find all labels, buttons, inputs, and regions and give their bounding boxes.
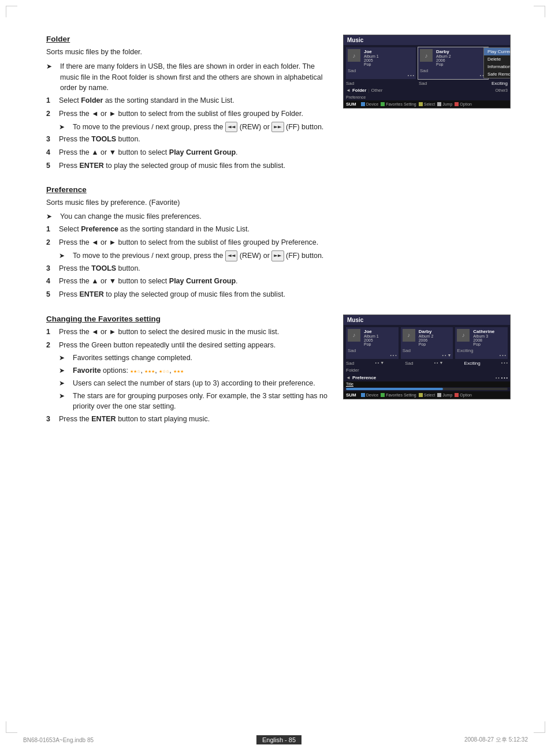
- footer-jump-2: Jump: [437, 393, 452, 397]
- fav-note-completed-text: Favorites settings change completed.: [73, 353, 332, 364]
- sad-2b: Sad: [405, 361, 413, 366]
- footer-select-2: Select: [419, 393, 435, 397]
- sad-2a: Sad: [346, 361, 354, 366]
- footer-fav-2: Favorites Setting: [381, 393, 416, 397]
- pref-step-num-3: 3: [46, 263, 59, 274]
- menu-information[interactable]: Information: [484, 63, 511, 70]
- pref-step5: 5 Press ENTER to play the selected group…: [46, 289, 511, 300]
- preference-intro: Sorts music files by preference. (Favori…: [46, 197, 511, 208]
- music-screenshot-1: Music ♪ Joe Album 1 2005 Pop: [343, 35, 511, 174]
- stars-3: ★☆☆: [159, 369, 169, 373]
- folder-step3: 3 Press the TOOLS button.: [46, 134, 332, 145]
- thumb-joe-album: Album 1: [364, 54, 379, 58]
- music-note-icon-2c: ♪: [457, 329, 470, 342]
- jump-icon: [437, 102, 441, 106]
- fav-step-num-1: 1: [46, 327, 59, 338]
- step-num-1: 1: [46, 95, 59, 106]
- thumb2-joe-name: Joe: [364, 329, 379, 334]
- fav-note-arrow-4: ➤: [59, 391, 70, 401]
- fav-note-stars-info: ➤ The stars are for grouping purposes on…: [59, 391, 332, 413]
- footer-option-2: Option: [455, 393, 472, 397]
- thumb2-joe-mood: Sad: [348, 348, 397, 353]
- pref-step4-text: Press the ▲ or ▼ button to select Play C…: [59, 276, 511, 287]
- option-icon-2: [455, 393, 459, 397]
- music-note-icon-2: ♪: [420, 49, 433, 62]
- fav-note-arrow-1: ➤: [59, 353, 70, 363]
- pref-arrow-2: ◄: [346, 375, 351, 380]
- thumb2-joe-type: Pop: [364, 342, 379, 346]
- thumb2-darby: ♪ Darby Album 2 2006 Pop Sad • • ▼: [401, 327, 453, 359]
- pref-step5-text: Press ENTER to play the selected group o…: [59, 289, 511, 300]
- pref-step-num-2: 2: [46, 237, 59, 248]
- fav-note-arrow-3: ➤: [59, 378, 70, 388]
- nav-folder: Folder: [352, 88, 366, 93]
- music-header-2: Music: [344, 315, 510, 325]
- music-ui-2: Music ♪ Joe Album 1 2005 Pop: [343, 315, 511, 399]
- thumb-joe-mood: Sad: [348, 68, 414, 73]
- favorites-content: Changing the Favorites setting 1 Press t…: [46, 315, 332, 427]
- folder-subnote-item: ➤ To move to the previous / next group, …: [59, 122, 332, 133]
- pref-step1-text: Select Preference as the sorting standar…: [59, 224, 511, 235]
- menu-safe-remove[interactable]: Safe Remove: [484, 70, 511, 78]
- thumb2-catherine-album: Album 3: [473, 334, 494, 338]
- page-footer: BN68-01653A~Eng.indb 85 English - 85 200…: [0, 735, 551, 744]
- thumb-joe-year: 2005: [364, 58, 379, 62]
- footer-jump-1: Jump: [437, 102, 452, 106]
- thumb2-darby-name: Darby: [419, 329, 434, 334]
- pref-row-1: Preference: [344, 94, 510, 100]
- sad-label-2: Sad: [419, 81, 427, 86]
- thumb2-catherine-dots: • • •: [457, 353, 506, 357]
- fav-step3-text: Press the ENTER button to start playing …: [59, 414, 332, 425]
- menu-play-current[interactable]: Play Current Group: [484, 48, 511, 55]
- pref-step3-text: Press the TOOLS button.: [59, 263, 511, 274]
- pref-dots2: • • •: [501, 376, 508, 380]
- fav-step3: 3 Press the ENTER button to start playin…: [46, 414, 332, 425]
- footer-device-1: Device: [361, 102, 378, 106]
- music-footer-1: SUM Device Favorites Setting Select Jump: [344, 100, 510, 108]
- footer-sum-2: SUM: [346, 392, 356, 398]
- select-icon: [419, 102, 423, 106]
- fav-note-options-text: Favorite options: ★★☆, ★★★, ★☆☆, ★★★: [73, 365, 332, 376]
- device-icon: [361, 102, 365, 106]
- device-icon-2: [361, 393, 365, 397]
- folder-label-2: Folder: [346, 368, 359, 373]
- footer-sum-1: SUM: [346, 102, 356, 107]
- thumb2-darby-year: 2006: [419, 338, 434, 342]
- thumb2-joe: ♪ Joe Album 1 2005 Pop Sad • • •: [346, 327, 399, 359]
- folder-note1: ➤ If there are many folders in USB, the …: [46, 61, 332, 93]
- fav-note-stars-text: The stars are for grouping purposes only…: [73, 391, 332, 413]
- page-container: Folder Sorts music files by the folder. …: [0, 0, 551, 756]
- music-ui-1: Music ♪ Joe Album 1 2005 Pop: [343, 35, 511, 108]
- thumb-darby-mood: Sad: [420, 68, 486, 73]
- corner-bl: [6, 721, 17, 733]
- thumb-darby-name: Darby: [436, 49, 451, 54]
- thumb-darby-type: Pop: [436, 62, 451, 66]
- thumb-darby-info: Darby Album 2 2006 Pop: [436, 49, 451, 66]
- menu-delete[interactable]: Delete: [484, 55, 511, 63]
- pref-subnote-text: To move to the previous / next group, pr…: [73, 250, 511, 261]
- footer-device-2: Device: [361, 393, 378, 397]
- fav-step1-text: Press the ◄ or ► button to select the de…: [59, 327, 332, 338]
- thumb-darby-album: Album 2: [436, 54, 451, 58]
- folder-step2-text: Press the ◄ or ► button to select from t…: [59, 108, 332, 119]
- stars-2: ★★★: [144, 369, 155, 373]
- pref-step-num-4: 4: [46, 276, 59, 287]
- thumb2-joe-album: Album 1: [364, 334, 379, 338]
- nav-other: Other: [371, 88, 382, 93]
- preference-title: Preference: [46, 185, 511, 194]
- stars-2a: • • ▼: [375, 361, 384, 366]
- progress-fill: [346, 388, 443, 390]
- footer-select-1: Select: [419, 102, 435, 106]
- stars-2b: • • ▼: [434, 361, 444, 366]
- pref-row-2: ◄ Preference • • • • •: [344, 374, 510, 381]
- stars-2c: • • •: [501, 361, 508, 366]
- nav-row-2: Folder: [344, 366, 510, 374]
- mood-row-1: Sad Sad Exciting: [344, 80, 510, 87]
- corner-tl: [6, 6, 17, 17]
- pref-dots: • •: [496, 376, 500, 380]
- rew-button: ◄◄: [225, 122, 237, 133]
- page-number: English - 85: [256, 735, 301, 744]
- step-num-5: 5: [46, 160, 59, 171]
- progress-row: [344, 387, 510, 391]
- fav-step-num-3: 3: [46, 414, 59, 425]
